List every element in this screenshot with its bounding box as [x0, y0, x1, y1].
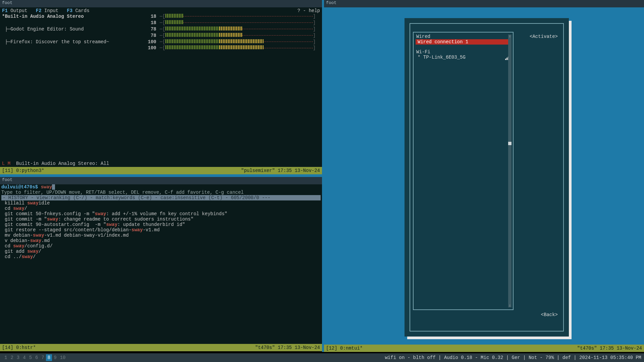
volume-value: 78: [136, 33, 156, 39]
volume-bar[interactable]: ─[]: [160, 39, 320, 45]
workspace-list[interactable]: 12345678910: [3, 354, 67, 361]
match-highlight: sway: [27, 200, 39, 206]
pulsemixer-footer: L M Built-in Audio Analog Stereo: All: [2, 161, 109, 166]
tab-input-label[interactable]: Input: [44, 8, 58, 13]
volume-bar[interactable]: ─[]: [160, 45, 320, 51]
tab-output-key[interactable]: F1: [2, 8, 8, 13]
match-highlight: sway: [27, 249, 39, 254]
terminal-title-bar: foot: [0, 177, 322, 184]
workspace-7[interactable]: 7: [40, 354, 46, 361]
volume-row[interactable]: ├─Firefox: Discover the top streamed~100…: [2, 39, 320, 45]
stream-label: [2, 20, 136, 26]
volume-value: 18: [136, 20, 156, 26]
terminal-title: foot: [2, 177, 12, 182]
volume-bar[interactable]: ─[]: [160, 33, 320, 39]
wired-connection-selected[interactable]: Wired connection 1: [416, 39, 511, 45]
scrollbar-thumb[interactable]: [508, 142, 512, 145]
help-hint[interactable]: ? - help: [298, 8, 320, 13]
workspace-5[interactable]: 5: [28, 354, 34, 361]
hstr-banner: - HISTORY - view:ranking (C-/) - match:k…: [1, 195, 321, 200]
volume-row[interactable]: 18─[]: [2, 20, 320, 26]
hstr-hint: Type to filter, UP/DOWN move, RET/TAB se…: [1, 190, 321, 195]
shell-prompt[interactable]: dulvui@t470s$ sway: [1, 184, 321, 190]
cursor-icon: [52, 184, 55, 190]
wifi-ssid: * TP-Link_6E03_5G: [418, 55, 466, 60]
history-entry[interactable]: v debian-sway.md: [1, 238, 321, 243]
volume-row[interactable]: ├─Godot Engine Editor: Sound78─[]: [2, 26, 320, 33]
prompt-user: dulvui@t470s$: [1, 184, 38, 190]
pane-nmtui: foot Wired Wired connection 1 Wi-Fi * TP…: [324, 0, 644, 352]
volume-value: 78: [136, 26, 156, 33]
pane-pulsemixer: foot F1 Output F2 Input F3 Cards ? - hel…: [0, 0, 322, 174]
history-entry[interactable]: cd ../sway/: [1, 254, 321, 259]
workspace-9[interactable]: 9: [52, 354, 58, 361]
terminal-title: foot: [2, 0, 12, 5]
history-entry[interactable]: git commit 90-autostart.config -m "sway:…: [1, 222, 321, 227]
volume-value: 100: [136, 39, 156, 45]
wifi-connection[interactable]: * TP-Link_6E03_5G: [414, 55, 512, 60]
terminal-title-bar: foot: [324, 0, 644, 7]
volume-bar[interactable]: ─[]: [160, 20, 320, 26]
back-button[interactable]: <Back>: [541, 312, 558, 317]
connection-list[interactable]: Wired Wired connection 1 Wi-Fi * TP-Link…: [413, 32, 514, 310]
footer-device: Built-in Audio Analog Stereo: All: [16, 161, 109, 166]
stream-label: [2, 45, 136, 51]
history-entry[interactable]: killall swayidle: [1, 200, 321, 206]
match-highlight: sway: [13, 243, 24, 249]
stream-label: ├─Godot Engine Editor: Sound: [2, 26, 136, 33]
scroll-up-icon[interactable]: ↑: [508, 35, 512, 39]
status-text: wifi on - blth off | Audio 0.18 - Mic 0.…: [385, 355, 641, 360]
terminal-title-bar: foot: [0, 0, 322, 7]
workspace-10[interactable]: 10: [58, 354, 67, 361]
workspace-3[interactable]: 3: [15, 354, 21, 361]
prompt-input[interactable]: sway: [41, 184, 52, 190]
match-highlight: sway: [13, 206, 24, 211]
pulsemixer-tabs: F1 Output F2 Input F3 Cards ? - help: [0, 7, 322, 13]
history-entry[interactable]: git commit -m "sway: change readme to co…: [1, 217, 321, 222]
volume-bar[interactable]: ─[]: [160, 13, 320, 20]
scroll-down-icon[interactable]: ↓: [508, 303, 512, 307]
workspace-4[interactable]: 4: [21, 354, 27, 361]
tab-cards-label[interactable]: Cards: [75, 8, 90, 13]
stream-label: [2, 33, 136, 39]
volume-row[interactable]: 78─[]: [2, 33, 320, 39]
tmux-right: "pulsemixer" 17:35 13-Nov-24: [241, 168, 320, 173]
pulsemixer-streams: *Built-in Audio Analog Stereo18─[]18─[] …: [0, 13, 322, 51]
match-highlight: sway: [47, 217, 58, 222]
tab-output-label[interactable]: Output: [10, 8, 27, 13]
history-entry[interactable]: git add sway/: [1, 249, 321, 254]
history-entry[interactable]: mv debian-sway-v1.md debian-sway-v1/inde…: [1, 233, 321, 238]
wired-header: Wired: [414, 34, 512, 39]
activate-button[interactable]: <Activate>: [530, 34, 558, 39]
workspace-1[interactable]: 1: [3, 354, 9, 361]
tab-cards-key[interactable]: F3: [67, 8, 72, 13]
tmux-left: [11] 0:python3*: [2, 168, 44, 173]
scrollbar[interactable]: ↑ ↓: [508, 35, 512, 307]
workspace-8[interactable]: 8: [46, 354, 52, 361]
match-highlight: sway: [95, 211, 106, 217]
history-entry[interactable]: cd sway/config.d/: [1, 243, 321, 249]
terminal-title: foot: [326, 0, 336, 5]
volume-bar[interactable]: ─[]: [160, 26, 320, 33]
match-highlight: sway: [106, 222, 117, 227]
tmux-left: [14] 0:hstr*: [2, 345, 36, 350]
volume-row[interactable]: *Built-in Audio Analog Stereo18─[]: [2, 13, 320, 20]
tmux-right: "t470s" 17:35 13-Nov-24: [577, 346, 642, 351]
hstr-history-list[interactable]: killall swayidlecd sway/git commit 50-fn…: [1, 200, 321, 259]
wifi-header: Wi-Fi: [414, 49, 512, 55]
workspace-2[interactable]: 2: [9, 354, 15, 361]
match-highlight: sway: [30, 238, 42, 243]
volume-row[interactable]: 100─[]: [2, 45, 320, 51]
volume-value: 18: [136, 13, 156, 20]
tmux-status-bl: [14] 0:hstr* "t470s" 17:35 13-Nov-24: [0, 344, 322, 351]
stream-label: ├─Firefox: Discover the top streamed~: [2, 39, 136, 45]
tmux-left: [12] 0:nmtui*: [326, 346, 363, 351]
match-highlight: sway: [33, 233, 44, 238]
tmux-right: "t470s" 17:35 13-Nov-24: [255, 345, 320, 350]
stream-label: *Built-in Audio Analog Stereo: [2, 13, 136, 20]
workspace-6[interactable]: 6: [34, 354, 40, 361]
tab-input-key[interactable]: F2: [36, 8, 42, 13]
history-entry[interactable]: git commit 50-fnkeys.config -m "sway: ad…: [1, 211, 321, 217]
history-entry[interactable]: cd sway/: [1, 206, 321, 211]
history-entry[interactable]: git restore --staged src/content/blog/de…: [1, 227, 321, 233]
